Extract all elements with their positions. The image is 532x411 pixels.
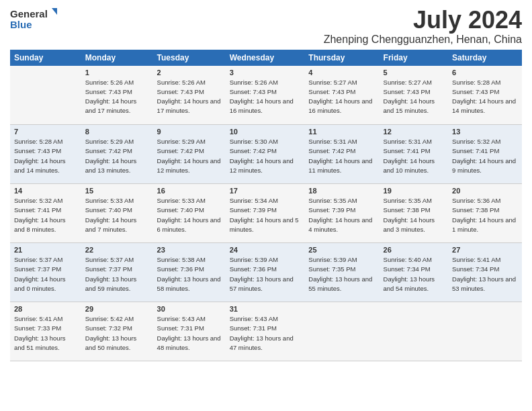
page: General Blue July 2024 Zhenping Chenggua… (0, 0, 532, 411)
day-number: 7 (14, 128, 77, 136)
day-info: Sunrise: 5:34 AM Sunset: 7:39 PM Dayligh… (230, 196, 301, 234)
cell-1-5: 4 Sunrise: 5:27 AM Sunset: 7:43 PM Dayli… (304, 66, 379, 125)
cell-4-2: 22 Sunrise: 5:37 AM Sunset: 7:37 PM Dayl… (81, 243, 153, 302)
cell-1-4: 3 Sunrise: 5:26 AM Sunset: 7:43 PM Dayli… (226, 66, 305, 125)
day-number: 26 (384, 246, 445, 254)
week-row-4: 21 Sunrise: 5:37 AM Sunset: 7:37 PM Dayl… (10, 243, 522, 302)
col-saturday: Saturday (448, 50, 522, 66)
day-number: 8 (85, 128, 149, 136)
day-info: Sunrise: 5:43 AM Sunset: 7:31 PM Dayligh… (230, 314, 301, 353)
day-info: Sunrise: 5:37 AM Sunset: 7:37 PM Dayligh… (14, 255, 77, 293)
col-sunday: Sunday (10, 50, 81, 66)
svg-text:General: General (10, 8, 48, 19)
cell-4-3: 23 Sunrise: 5:38 AM Sunset: 7:36 PM Dayl… (153, 243, 226, 302)
cell-2-1: 7 Sunrise: 5:28 AM Sunset: 7:43 PM Dayli… (10, 125, 81, 184)
cell-2-5: 11 Sunrise: 5:31 AM Sunset: 7:42 PM Dayl… (304, 125, 379, 184)
day-info: Sunrise: 5:31 AM Sunset: 7:42 PM Dayligh… (308, 137, 375, 175)
day-number: 13 (452, 128, 518, 136)
week-row-2: 7 Sunrise: 5:28 AM Sunset: 7:43 PM Dayli… (10, 125, 522, 184)
calendar-table: Sunday Monday Tuesday Wednesday Thursday… (10, 50, 522, 362)
day-info: Sunrise: 5:26 AM Sunset: 7:43 PM Dayligh… (230, 78, 301, 116)
cell-1-3: 2 Sunrise: 5:26 AM Sunset: 7:43 PM Dayli… (153, 66, 226, 125)
svg-marker-2 (52, 8, 57, 15)
day-number: 23 (157, 246, 222, 254)
day-info: Sunrise: 5:39 AM Sunset: 7:35 PM Dayligh… (308, 255, 375, 293)
day-info: Sunrise: 5:26 AM Sunset: 7:43 PM Dayligh… (85, 78, 149, 116)
col-wednesday: Wednesday (226, 50, 305, 66)
cell-2-2: 8 Sunrise: 5:29 AM Sunset: 7:42 PM Dayli… (81, 125, 153, 184)
day-number: 11 (308, 128, 375, 136)
cell-2-3: 9 Sunrise: 5:29 AM Sunset: 7:42 PM Dayli… (153, 125, 226, 184)
cell-2-6: 12 Sunrise: 5:31 AM Sunset: 7:41 PM Dayl… (380, 125, 449, 184)
col-tuesday: Tuesday (153, 50, 226, 66)
day-number: 14 (14, 187, 77, 195)
day-info: Sunrise: 5:29 AM Sunset: 7:42 PM Dayligh… (85, 137, 149, 175)
week-row-1: 1 Sunrise: 5:26 AM Sunset: 7:43 PM Dayli… (10, 66, 522, 125)
day-number: 17 (230, 187, 301, 195)
cell-5-4: 31 Sunrise: 5:43 AM Sunset: 7:31 PM Dayl… (226, 302, 305, 361)
day-info: Sunrise: 5:27 AM Sunset: 7:43 PM Dayligh… (384, 78, 445, 116)
day-number: 24 (230, 246, 301, 254)
cell-5-6 (380, 302, 449, 361)
cell-2-7: 13 Sunrise: 5:32 AM Sunset: 7:41 PM Dayl… (448, 125, 522, 184)
day-info: Sunrise: 5:35 AM Sunset: 7:39 PM Dayligh… (308, 196, 375, 234)
day-info: Sunrise: 5:28 AM Sunset: 7:43 PM Dayligh… (14, 137, 77, 175)
day-number: 22 (85, 246, 149, 254)
logo-icon: General Blue (10, 7, 57, 31)
day-number: 21 (14, 246, 77, 254)
day-number: 30 (157, 305, 222, 313)
cell-3-5: 18 Sunrise: 5:35 AM Sunset: 7:39 PM Dayl… (304, 184, 379, 243)
day-info: Sunrise: 5:27 AM Sunset: 7:43 PM Dayligh… (308, 78, 375, 116)
day-info: Sunrise: 5:41 AM Sunset: 7:33 PM Dayligh… (14, 314, 77, 353)
day-info: Sunrise: 5:43 AM Sunset: 7:31 PM Dayligh… (157, 314, 222, 353)
cell-5-5 (304, 302, 379, 361)
header: General Blue July 2024 Zhenping Chenggua… (10, 7, 522, 46)
day-number: 4 (308, 68, 375, 77)
day-number: 18 (308, 187, 375, 195)
day-number: 29 (85, 305, 149, 313)
day-number: 1 (85, 68, 149, 77)
day-number: 6 (452, 68, 518, 77)
day-info: Sunrise: 5:37 AM Sunset: 7:37 PM Dayligh… (85, 255, 149, 293)
day-info: Sunrise: 5:42 AM Sunset: 7:32 PM Dayligh… (85, 314, 149, 353)
day-info: Sunrise: 5:39 AM Sunset: 7:36 PM Dayligh… (230, 255, 301, 293)
cell-4-5: 25 Sunrise: 5:39 AM Sunset: 7:35 PM Dayl… (304, 243, 379, 302)
cell-1-7: 6 Sunrise: 5:28 AM Sunset: 7:43 PM Dayli… (448, 66, 522, 125)
day-info: Sunrise: 5:32 AM Sunset: 7:41 PM Dayligh… (14, 196, 77, 234)
day-info: Sunrise: 5:30 AM Sunset: 7:42 PM Dayligh… (230, 137, 301, 175)
cell-3-7: 20 Sunrise: 5:36 AM Sunset: 7:38 PM Dayl… (448, 184, 522, 243)
day-info: Sunrise: 5:36 AM Sunset: 7:38 PM Dayligh… (452, 196, 518, 234)
title-section: July 2024 Zhenping Chengguanzhen, Henan,… (324, 7, 522, 46)
cell-5-3: 30 Sunrise: 5:43 AM Sunset: 7:31 PM Dayl… (153, 302, 226, 361)
day-info: Sunrise: 5:32 AM Sunset: 7:41 PM Dayligh… (452, 137, 518, 175)
col-monday: Monday (81, 50, 153, 66)
day-info: Sunrise: 5:29 AM Sunset: 7:42 PM Dayligh… (157, 137, 222, 175)
col-thursday: Thursday (304, 50, 379, 66)
day-info: Sunrise: 5:40 AM Sunset: 7:34 PM Dayligh… (384, 255, 445, 293)
subtitle: Zhenping Chengguanzhen, Henan, China (324, 34, 522, 46)
col-friday: Friday (380, 50, 449, 66)
day-number: 25 (308, 246, 375, 254)
svg-text:Blue: Blue (10, 19, 32, 30)
week-row-3: 14 Sunrise: 5:32 AM Sunset: 7:41 PM Dayl… (10, 184, 522, 243)
day-info: Sunrise: 5:41 AM Sunset: 7:34 PM Dayligh… (452, 255, 518, 293)
day-number: 12 (384, 128, 445, 136)
day-info: Sunrise: 5:28 AM Sunset: 7:43 PM Dayligh… (452, 78, 518, 116)
cell-4-4: 24 Sunrise: 5:39 AM Sunset: 7:36 PM Dayl… (226, 243, 305, 302)
cell-1-1 (10, 66, 81, 125)
header-row: Sunday Monday Tuesday Wednesday Thursday… (10, 50, 522, 66)
day-info: Sunrise: 5:35 AM Sunset: 7:38 PM Dayligh… (384, 196, 445, 234)
day-number: 2 (157, 68, 222, 77)
day-number: 15 (85, 187, 149, 195)
cell-1-6: 5 Sunrise: 5:27 AM Sunset: 7:43 PM Dayli… (380, 66, 449, 125)
cell-3-3: 16 Sunrise: 5:33 AM Sunset: 7:40 PM Dayl… (153, 184, 226, 243)
cell-4-6: 26 Sunrise: 5:40 AM Sunset: 7:34 PM Dayl… (380, 243, 449, 302)
day-number: 9 (157, 128, 222, 136)
day-number: 31 (230, 305, 301, 313)
cell-3-2: 15 Sunrise: 5:33 AM Sunset: 7:40 PM Dayl… (81, 184, 153, 243)
day-number: 3 (230, 68, 301, 77)
day-info: Sunrise: 5:38 AM Sunset: 7:36 PM Dayligh… (157, 255, 222, 293)
cell-5-7 (448, 302, 522, 361)
logo: General Blue (10, 7, 57, 31)
day-number: 5 (384, 68, 445, 77)
